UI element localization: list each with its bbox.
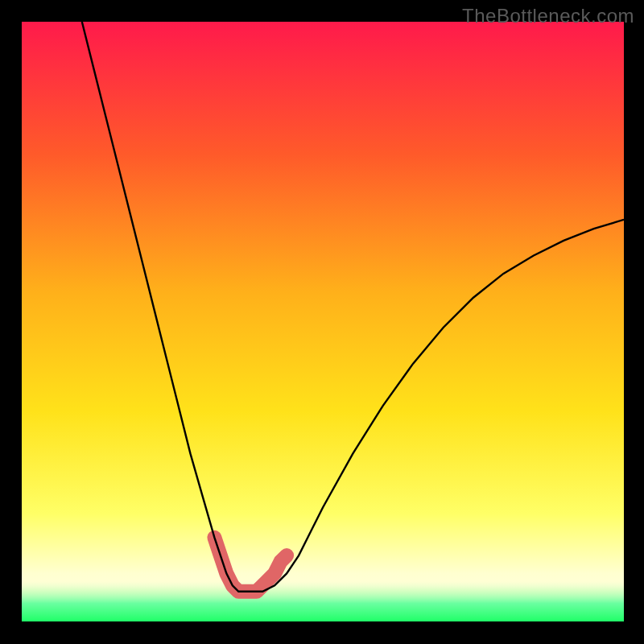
bottleneck-chart (22, 22, 624, 621)
green-bottom-band (22, 581, 624, 621)
watermark-text: TheBottleneck.com (462, 5, 634, 27)
chart-frame: TheBottleneck.com (0, 0, 644, 644)
chart-background (22, 22, 624, 621)
